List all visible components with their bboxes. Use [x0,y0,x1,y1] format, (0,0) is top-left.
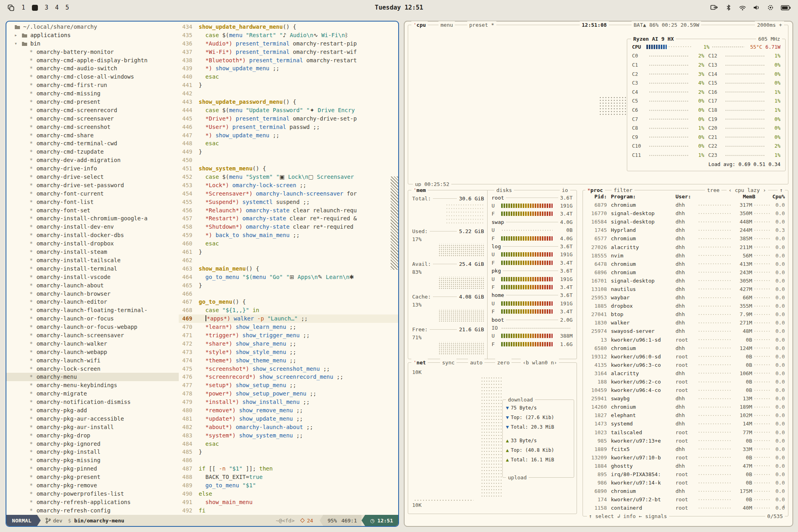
tree-file-item[interactable]: *omarchy-cmd-tzupdate [14,148,179,156]
code-line[interactable]: 446 *User*) present_terminal passwd ;; [179,123,398,131]
tree-file-item[interactable]: *omarchy-cmd-missing [14,89,179,98]
tree-file-item[interactable]: *omarchy-drive-select [14,173,179,181]
battery-icon[interactable] [781,5,791,10]
tab-filter[interactable]: filter [612,186,634,194]
tree-file-item[interactable]: *omarchy-launch-walker [14,340,179,348]
net-device[interactable]: ‹b wlan0 n› [521,359,559,366]
tab-proc[interactable]: *proc [585,186,605,194]
code-line[interactable]: 488 BACK_TO_EXIT=true [179,473,398,481]
tree-file-item[interactable]: *omarchy-pkg-aur-accessible [14,415,179,423]
tree-file-item[interactable]: *omarchy-install-tailscale [14,256,179,265]
tree-file-item[interactable]: *omarchy-cmd-close-all-windows [14,73,179,81]
plugin-count[interactable]: 24 [301,518,313,524]
process-row[interactable]: 6879chromiumdhh317M0.0 [583,201,788,209]
tree-file-item[interactable]: *omarchy-install-terminal [14,265,179,273]
code-line[interactable]: 491 show_main_menu [179,498,398,506]
code-line[interactable]: 479 *install*) show_install_menu ;; [179,398,398,406]
tree-file-item[interactable]: *omarchy-pkg-pinned [14,465,179,473]
code-line[interactable]: 454 *Screensaver*) omarchy-launch-screen… [179,190,398,198]
tree-file-item[interactable]: *omarchy-refresh-config [14,506,179,515]
tree-file-item[interactable]: *omarchy-pkg-missing [14,456,179,465]
tree-file-item[interactable]: *omarchy-install-vscode [14,273,179,281]
code-line[interactable]: 439 *) show_update_menu ;; [179,64,398,73]
tree-file-item[interactable]: *omarchy-pkg-ignored [14,440,179,448]
code-line[interactable]: 465} [179,281,398,290]
code-line[interactable]: 438 *Bluetooth*) present_terminal omarch… [179,56,398,65]
tab-menu[interactable]: menu [439,21,455,29]
tree-file-item[interactable]: *omarchy-launch-screensaver [14,331,179,340]
code-line[interactable]: 464 go_to_menu "$(menu "Go" "⊞ Apps\n✎ L… [179,273,398,281]
process-row[interactable]: 986kworker/u97:14-kroot0B0.0 [583,479,788,487]
update-interval[interactable]: 2000ms + [755,21,784,29]
code-line[interactable]: 487if [[ -n "$1" ]]; then [179,465,398,473]
tree-file-item[interactable]: *omarchy-cmd-present [14,98,179,106]
tab-io[interactable]: io [560,186,570,194]
tree-file-item[interactable]: *omarchy-launch-or-focus-webapp [14,323,179,331]
tree-file-item[interactable]: *omarchy-menu [6,373,179,381]
process-row[interactable]: 1827elephantdhh102M0.0 [583,411,788,419]
process-row[interactable]: 19312kworker/u96:0-sdroot0B0.0 [583,352,788,361]
workspace-4[interactable]: 4 [55,4,59,11]
process-row[interactable]: 1889fcitx5dhh33M0.0 [583,445,788,453]
tree-file-item[interactable]: *omarchy-pkg-drop [14,431,179,440]
process-row[interactable]: 13108nautilusdhh427M0.0 [583,285,788,293]
tree-file-item[interactable]: *omarchy-powerprofiles-list [14,490,179,498]
tree-file-item[interactable]: *omarchy-install-steam [14,248,179,256]
process-row[interactable]: 13209kworker/u97:10-broot0B0.0 [583,453,788,462]
tree-file-item[interactable]: *omarchy-pkg-present [14,473,179,481]
process-row[interactable]: 25974swayosd-serverdhh48M0.0 [583,327,788,335]
process-row[interactable]: 16701signal-desktopdhh305M0.0 [583,277,788,285]
tree-file-item[interactable]: *omarchy-install-dev-env [14,223,179,231]
process-row[interactable]: 1023tailscaledroot77M0.0 [583,428,788,437]
code-line[interactable]: 469 *apps*) walker -p "Launch…" ;; [179,314,398,323]
code-line[interactable]: 468 case "${1,,}" in [179,306,398,314]
git-branch[interactable]: dev [45,518,62,524]
code-line[interactable]: 470 *learn*) show_learn_menu ;; [179,323,398,331]
process-row[interactable]: 27041btopdhh7.9M0.0 [583,310,788,318]
code-line[interactable]: 462 [179,256,398,265]
tab-net[interactable]: 'net [411,359,428,366]
tree-file-item[interactable]: *omarchy-pkg-add [14,406,179,415]
tab-sync[interactable]: sync [440,359,456,366]
tree-file-item[interactable]: *omarchy-install-dropbox [14,239,179,248]
volume-icon[interactable] [753,4,760,11]
code-line[interactable]: 473 *style*) show_style_menu ;; [179,348,398,356]
settings-gear-icon[interactable] [767,4,774,11]
code-line[interactable]: 434show_update_hardware_menu() { [179,23,398,31]
code-line[interactable]: 489 go_to_menu "$1" [179,481,398,490]
tree-file-item[interactable]: *omarchy-pkg-remove [14,481,179,490]
tree-file-item[interactable]: *omarchy-pkg-aur-install [14,423,179,431]
tree-file-item[interactable]: *omarchy-battery-monitor [14,48,179,56]
tree-file-item[interactable]: *omarchy-refresh-applications [14,498,179,506]
bluetooth-icon[interactable] [725,4,732,11]
code-line[interactable]: 445 *Drive*) present_terminal omarchy-dr… [179,115,398,123]
tree-file-item[interactable]: *omarchy-font-list [14,198,179,206]
tree-file-item[interactable]: *omarchy-lock-screen [14,365,179,373]
code-line[interactable]: 458 *Shutdown*) omarchy-state clear re*-… [179,223,398,231]
wifi-icon[interactable] [739,4,746,11]
tree-file-item[interactable]: *omarchy-cmd-share [14,131,179,140]
process-row[interactable]: 6478chromiumdhh413M0.0 [583,260,788,268]
process-row[interactable]: 1884ghosttydhh47M0.0 [583,462,788,470]
process-row[interactable]: 6896chromiumdhh243M0.0 [583,268,788,277]
code-line[interactable]: 444 case $(menu "Update Password" "✦ Dri… [179,106,398,115]
tree-file-item[interactable]: *omarchy-launch-floating-terminal- [14,306,179,314]
process-row[interactable]: 27026alacrittydhh211M0.0 [583,243,788,251]
code-line[interactable]: 453 *Lock*) omarchy-lock-screen ;; [179,181,398,190]
code-line[interactable]: 490else [179,490,398,498]
tab-mem[interactable]: 'mem [411,186,428,194]
process-row[interactable]: 13kworker/u96:1-sdroot0B0.0 [583,336,788,344]
tree-folder-applications[interactable]: ▸ applications [14,31,179,40]
tree-file-item[interactable]: *omarchy-migrate [14,390,179,398]
tree-file-item[interactable]: *omarchy-cmd-apple-display-brightn [14,56,179,65]
code-line[interactable]: 492fi [179,506,398,515]
tree-file-item[interactable]: *omarchy-drive-set-password [14,181,179,190]
workspace-5[interactable]: 5 [65,4,69,11]
code-line[interactable]: 475 *screenshot*) show_screenshot_menu ;… [179,365,398,373]
tab-tree[interactable]: tree [705,186,721,194]
tree-file-item[interactable]: *omarchy-pkg-install [14,448,179,456]
code-line[interactable]: 460 esac [179,239,398,248]
process-row[interactable]: 1473systemddhh14M0.0 [583,419,788,428]
code-line[interactable]: 451show_system_menu() { [179,164,398,173]
tab-auto[interactable]: auto [468,359,484,366]
